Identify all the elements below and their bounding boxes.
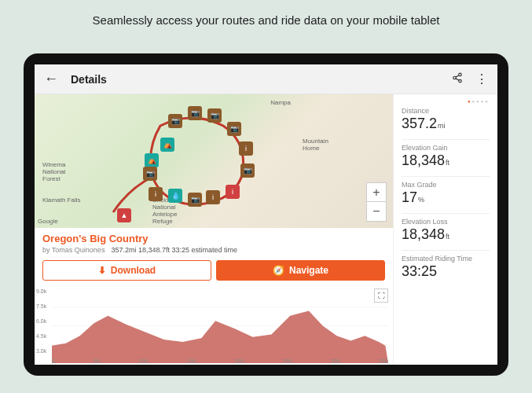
metrics-panel: ●●●●● Distance 357.2mi Elevation Gain 18… <box>393 94 497 365</box>
poi-icon[interactable]: 📷 <box>168 114 182 128</box>
expand-icon[interactable]: ⛶ <box>374 288 388 303</box>
svg-point-0 <box>459 73 462 76</box>
poi-icon[interactable]: ⛺ <box>145 153 159 167</box>
poi-icon[interactable]: 📷 <box>188 193 202 207</box>
zoom-in-button[interactable]: + <box>367 183 386 202</box>
navigate-icon: 🧭 <box>273 265 284 276</box>
poi-icon[interactable]: i <box>206 190 220 204</box>
poi-icon[interactable]: i <box>239 141 253 156</box>
page-indicator[interactable]: ●●●●● <box>402 97 490 107</box>
svg-point-1 <box>453 76 457 79</box>
poi-icon[interactable]: i <box>149 187 163 201</box>
poi-icon[interactable]: 📷 <box>188 106 202 120</box>
back-arrow-icon[interactable]: ← <box>44 71 58 87</box>
chart-x-axis: 0 50 100 150 200 250 300 350 <box>52 358 388 364</box>
elevation-chart[interactable]: ⛶ 9.0k 7.5k 6.0k 4.5k 3.0k 0 50 100 150 <box>35 285 393 365</box>
svg-line-4 <box>456 75 459 76</box>
metric-riding-time: Estimated Riding Time 33:25 <box>402 255 490 280</box>
chart-y-axis: 9.0k 7.5k 6.0k 4.5k 3.0k <box>36 288 46 354</box>
zoom-out-button[interactable]: − <box>367 202 386 221</box>
poi-icon[interactable]: 📷 <box>227 122 241 136</box>
tablet-frame: ← Details ⋮ Nampa Winema National Forest… <box>24 53 508 376</box>
map-view[interactable]: Nampa Winema National Forest Klamath Fal… <box>35 94 393 228</box>
svg-point-2 <box>459 79 462 83</box>
poi-icon[interactable]: 📷 <box>207 108 222 123</box>
poi-icon[interactable]: ▲ <box>117 208 131 222</box>
metric-max-grade: Max Grade 17% <box>402 181 490 206</box>
download-button[interactable]: ⬇ Download <box>42 260 211 281</box>
zoom-controls: + − <box>366 182 387 222</box>
download-icon: ⬇ <box>98 265 106 276</box>
route-title: Oregon's Big Country <box>42 233 385 244</box>
map-attribution: Google <box>38 218 58 225</box>
appbar-title: Details <box>71 73 439 86</box>
tagline: Seamlessly access your routes and ride d… <box>0 0 532 36</box>
poi-icon[interactable]: 📷 <box>240 163 255 178</box>
poi-icon[interactable]: ⛺ <box>160 138 174 152</box>
tablet-screen: ← Details ⋮ Nampa Winema National Forest… <box>35 64 497 365</box>
metric-elevation-gain: Elevation Gain 18,348ft <box>402 144 490 169</box>
svg-line-3 <box>456 78 459 79</box>
metric-distance: Distance 357.2mi <box>402 107 490 132</box>
poi-icon[interactable]: 📷 <box>143 167 157 181</box>
more-menu-icon[interactable]: ⋮ <box>475 72 488 86</box>
metric-elevation-loss: Elevation Loss 18,348ft <box>402 218 490 243</box>
poi-icon[interactable]: 💧 <box>168 189 182 203</box>
appbar: ← Details ⋮ <box>35 64 497 94</box>
navigate-button[interactable]: 🧭 Navigate <box>216 260 385 281</box>
route-summary: 357.2mi 18,348.7ft 33:25 estimated time <box>111 246 237 254</box>
route-author: by Tomas Quinones <box>42 246 105 254</box>
share-icon[interactable] <box>452 72 463 86</box>
route-info: Oregon's Big Country by Tomas Quinones 3… <box>35 228 393 257</box>
poi-icon[interactable]: i <box>226 185 240 199</box>
